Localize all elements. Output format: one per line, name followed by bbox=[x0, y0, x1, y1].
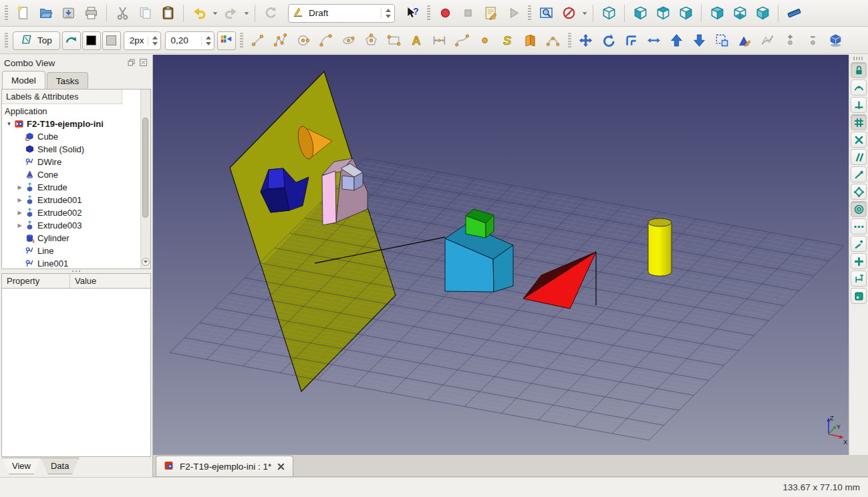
tree-scrollbar-thumb[interactable] bbox=[142, 118, 148, 218]
tree-item-shell-solid-[interactable]: Shell (Solid) bbox=[2, 143, 150, 156]
tree-item-cylinder[interactable]: Cylinder bbox=[2, 232, 150, 244]
workbench-selector[interactable]: Draft bbox=[288, 4, 395, 23]
snap-workingplane-button[interactable] bbox=[851, 288, 867, 304]
tree-item-extrude001[interactable]: ▶Extrude001 bbox=[2, 194, 150, 206]
expand-arrow-icon[interactable]: ▼ bbox=[5, 121, 13, 127]
collapse-arrow-icon[interactable]: ▶ bbox=[15, 197, 24, 203]
draft-polygon-button[interactable] bbox=[360, 31, 383, 51]
paste-button[interactable] bbox=[156, 3, 179, 23]
snap-dimensions-button[interactable] bbox=[851, 271, 867, 287]
view-rear-button[interactable] bbox=[706, 3, 728, 23]
snap-extension-button[interactable] bbox=[851, 218, 867, 234]
draft-shapestring-button[interactable]: S bbox=[496, 31, 519, 51]
close-document-icon[interactable] bbox=[277, 462, 285, 471]
snap-intersection-button[interactable] bbox=[851, 132, 867, 148]
macro-stop-button[interactable] bbox=[456, 3, 479, 23]
draft-move-button[interactable] bbox=[575, 31, 597, 51]
text-scale-spinner[interactable] bbox=[201, 36, 211, 45]
undo-button[interactable] bbox=[188, 3, 210, 23]
value-column-header[interactable]: Value bbox=[70, 274, 150, 288]
tab-view[interactable]: View bbox=[2, 458, 41, 474]
yellow-cylinder-shape[interactable] bbox=[648, 218, 672, 276]
tree-item-f2-t19-ejemplo-ini[interactable]: ▼F2-T19-ejemplo-ini bbox=[2, 118, 150, 130]
tree-item-line[interactable]: Line bbox=[2, 244, 150, 257]
property-column-header[interactable]: Property bbox=[2, 274, 70, 288]
redo-dropdown[interactable] bbox=[242, 3, 251, 23]
draw-style-button[interactable] bbox=[557, 3, 580, 23]
draft-arc-button[interactable] bbox=[315, 31, 337, 51]
collapse-arrow-icon[interactable]: ▶ bbox=[15, 184, 24, 190]
tree-item-dwire[interactable]: DWire bbox=[2, 156, 150, 168]
toolbar-drag-handle[interactable] bbox=[528, 5, 531, 21]
snap-endpoint-button[interactable] bbox=[851, 166, 867, 182]
macro-play-button[interactable] bbox=[502, 3, 525, 23]
draft-ellipse-button[interactable] bbox=[337, 31, 360, 51]
measure-distance-button[interactable] bbox=[782, 3, 805, 23]
line-width-spinner[interactable] bbox=[148, 36, 158, 45]
tree-item-line001[interactable]: Line001 bbox=[2, 257, 150, 269]
draft-trimex-button[interactable] bbox=[643, 31, 666, 51]
draft-text-button[interactable]: A bbox=[406, 31, 428, 51]
save-file-button[interactable] bbox=[57, 3, 80, 23]
toolbar-drag-handle[interactable] bbox=[427, 5, 430, 21]
snap-ortho-button[interactable] bbox=[851, 253, 867, 269]
undo-dropdown[interactable] bbox=[210, 3, 219, 23]
draft-point-button[interactable] bbox=[474, 31, 496, 51]
draft-downgrade-button[interactable] bbox=[688, 31, 711, 51]
text-scale-spinbox[interactable]: 0,20 bbox=[165, 31, 214, 50]
new-file-button[interactable] bbox=[11, 3, 34, 23]
draft-line-button[interactable] bbox=[247, 31, 269, 51]
collapse-arrow-icon[interactable]: ▶ bbox=[15, 222, 24, 228]
tree-item-extrude002[interactable]: ▶Extrude002 bbox=[2, 206, 150, 219]
draft-rotate-button[interactable] bbox=[597, 31, 620, 51]
snap-lock-button[interactable] bbox=[851, 62, 867, 78]
document-tab[interactable]: F2-T19-ejemplo-ini : 1* bbox=[156, 456, 293, 476]
open-file-button[interactable] bbox=[34, 3, 57, 23]
view-axonometric-button[interactable] bbox=[597, 3, 620, 23]
line-width-spinbox[interactable]: 2px bbox=[124, 31, 161, 50]
close-panel-button[interactable] bbox=[138, 58, 148, 68]
draft-bspline-button[interactable] bbox=[451, 31, 474, 51]
toolbar-drag-handle[interactable] bbox=[568, 33, 571, 49]
snap-parallel-button[interactable] bbox=[851, 149, 867, 165]
toolbar-drag-handle[interactable] bbox=[853, 57, 864, 60]
snap-midpoint-button[interactable] bbox=[851, 79, 867, 96]
snap-center-button[interactable] bbox=[851, 201, 867, 217]
macro-record-button[interactable] bbox=[434, 3, 456, 23]
tab-data[interactable]: Data bbox=[41, 458, 79, 474]
whats-this-button[interactable]: ? bbox=[401, 3, 424, 23]
draft-facebinder-button[interactable] bbox=[519, 31, 542, 51]
redo-button[interactable] bbox=[219, 3, 242, 23]
tree-item-extrude003[interactable]: ▶Extrude003 bbox=[2, 219, 150, 232]
snap-near-button[interactable] bbox=[851, 236, 867, 252]
print-button[interactable] bbox=[80, 3, 102, 23]
construction-mode-button[interactable] bbox=[62, 31, 81, 50]
tree-item-cube[interactable]: Cube bbox=[2, 130, 150, 143]
draft-offset-button[interactable] bbox=[620, 31, 643, 51]
draft-dimension-button[interactable] bbox=[428, 31, 451, 51]
draft-circle-button[interactable] bbox=[292, 31, 315, 51]
snap-grid-button[interactable] bbox=[851, 114, 867, 130]
copy-button[interactable] bbox=[134, 3, 156, 23]
refresh-button[interactable] bbox=[259, 3, 282, 23]
draft-add-point-button[interactable] bbox=[779, 31, 802, 51]
working-plane-button[interactable]: Top bbox=[13, 31, 60, 50]
tree-scrollbar[interactable] bbox=[140, 90, 150, 269]
3d-viewport[interactable]: Z Y X bbox=[153, 55, 849, 455]
snap-perpendicular-button[interactable] bbox=[851, 97, 867, 113]
toolbar-drag-handle[interactable] bbox=[240, 33, 243, 49]
draft-edit-button[interactable] bbox=[734, 31, 756, 51]
collapse-arrow-icon[interactable]: ▶ bbox=[15, 210, 24, 216]
snap-angle-button[interactable] bbox=[851, 184, 867, 200]
line-color-button[interactable] bbox=[82, 31, 101, 50]
view-right-button[interactable] bbox=[674, 3, 697, 23]
toolbar-drag-handle[interactable] bbox=[5, 5, 8, 21]
draft-rectangle-button[interactable] bbox=[383, 31, 406, 51]
tab-model[interactable]: Model bbox=[2, 71, 45, 89]
float-panel-button[interactable] bbox=[126, 58, 136, 68]
property-table-body[interactable] bbox=[1, 289, 151, 457]
draft-wire-to-bspline-button[interactable] bbox=[756, 31, 779, 51]
draft-scale-button[interactable] bbox=[711, 31, 734, 51]
tree-column-header[interactable]: Labels & Attributes bbox=[2, 90, 122, 104]
tab-tasks[interactable]: Tasks bbox=[47, 72, 89, 89]
